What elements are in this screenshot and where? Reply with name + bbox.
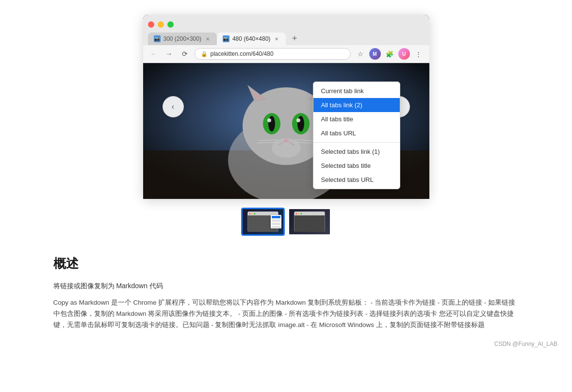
slide-wrapper: ‹ 📷 300 (200×300) ✕ xyxy=(143,15,429,199)
thumbnail-2-inner xyxy=(289,209,330,234)
svg-point-11 xyxy=(297,116,304,131)
thumbnail-1-inner xyxy=(243,209,283,234)
maximize-traffic-light[interactable] xyxy=(167,21,174,28)
dropdown-item-selected-tabs-link[interactable]: Selected tabs link (1) xyxy=(313,145,400,159)
dropdown-item-all-tabs-url[interactable]: All tabs URL xyxy=(313,126,400,140)
user-avatar[interactable]: U xyxy=(398,48,410,60)
mini-dropdown xyxy=(271,215,281,229)
section-subtitle: 将链接或图像复制为 Markdown 代码 xyxy=(53,282,519,291)
thumbnail-strip xyxy=(241,208,331,236)
browser-address-bar: ← → ⟳ 🔒 placekitten.com/640/480 ☆ M 🧩 U … xyxy=(143,45,429,63)
tab-title-2: 480 (640×480) xyxy=(232,35,270,42)
address-bar[interactable]: 🔒 placekitten.com/640/480 xyxy=(195,48,351,60)
nav-back-button[interactable]: ← xyxy=(148,48,160,60)
dropdown-menu: Current tab link All tabs link (2) All t… xyxy=(313,82,400,189)
lock-icon: 🔒 xyxy=(201,51,208,57)
page-container: ‹ 📷 300 (200×300) ✕ xyxy=(0,0,572,352)
thumbnail-2[interactable] xyxy=(288,208,331,236)
close-traffic-light[interactable] xyxy=(148,21,154,28)
dropdown-item-selected-tabs-title[interactable]: Selected tabs title xyxy=(313,159,400,173)
extensions-icon[interactable]: 🧩 xyxy=(384,48,395,60)
tab-close-1[interactable]: ✕ xyxy=(204,35,211,42)
browser-tab-1[interactable]: 📷 300 (200×300) ✕ xyxy=(148,33,217,45)
nav-refresh-button[interactable]: ⟳ xyxy=(179,48,191,60)
mini-browser-bar-2 xyxy=(294,212,325,215)
tab-favicon-1: 📷 xyxy=(154,35,161,42)
dropdown-item-selected-tabs-url[interactable]: Selected tabs URL xyxy=(313,173,400,187)
nav-forward-button[interactable]: → xyxy=(163,48,175,60)
dropdown-item-all-tabs-link[interactable]: All tabs link (2) xyxy=(313,98,400,112)
mini-browser-2 xyxy=(294,212,325,232)
profile-icon[interactable]: M xyxy=(369,48,381,60)
svg-point-13 xyxy=(296,118,300,122)
address-text: placekitten.com/640/480 xyxy=(211,50,274,57)
bookmark-icon[interactable]: ☆ xyxy=(355,48,366,60)
tab-favicon-2: 📷 xyxy=(223,35,229,42)
dropdown-item-current-tab-link[interactable]: Current tab link xyxy=(313,84,400,98)
dropdown-item-all-tabs-title[interactable]: All tabs title xyxy=(313,112,400,126)
mini-content-2 xyxy=(294,215,325,232)
toolbar-icons: ☆ M 🧩 U ⋮ xyxy=(355,48,425,60)
thumbnail-1[interactable] xyxy=(241,208,285,236)
svg-point-12 xyxy=(267,118,271,122)
section-body: Copy as Markdown 是一个 Chrome 扩展程序，可以帮助您将以… xyxy=(53,297,519,331)
dropdown-divider xyxy=(313,142,400,143)
browser-tabs: 📷 300 (200×300) ✕ 📷 480 (640×480) ✕ + xyxy=(148,32,425,45)
svg-point-19 xyxy=(272,138,301,158)
new-tab-button[interactable]: + xyxy=(288,32,301,45)
content-section: 概述 将链接或图像复制为 Markdown 代码 Copy as Markdow… xyxy=(19,250,553,331)
minimize-traffic-light[interactable] xyxy=(158,21,164,28)
traffic-lights xyxy=(148,19,425,28)
carousel-prev-button[interactable]: ‹ xyxy=(163,96,184,117)
browser-tab-2[interactable]: 📷 480 (640×480) ✕ xyxy=(217,33,286,45)
section-title: 概述 xyxy=(53,255,519,272)
tab-title-1: 300 (200×300) xyxy=(163,35,201,42)
page-footer: CSDN @Funny_AI_LAB xyxy=(0,331,572,352)
footer-credit: CSDN @Funny_AI_LAB xyxy=(494,341,557,347)
tab-close-2[interactable]: ✕ xyxy=(273,35,280,42)
svg-point-10 xyxy=(268,116,275,131)
menu-icon[interactable]: ⋮ xyxy=(413,48,425,60)
browser-content: Current tab link All tabs link (2) All t… xyxy=(143,63,429,199)
browser-chrome: 📷 300 (200×300) ✕ 📷 480 (640×480) ✕ + xyxy=(143,15,429,45)
browser-mockup: 📷 300 (200×300) ✕ 📷 480 (640×480) ✕ + ← … xyxy=(143,15,429,199)
